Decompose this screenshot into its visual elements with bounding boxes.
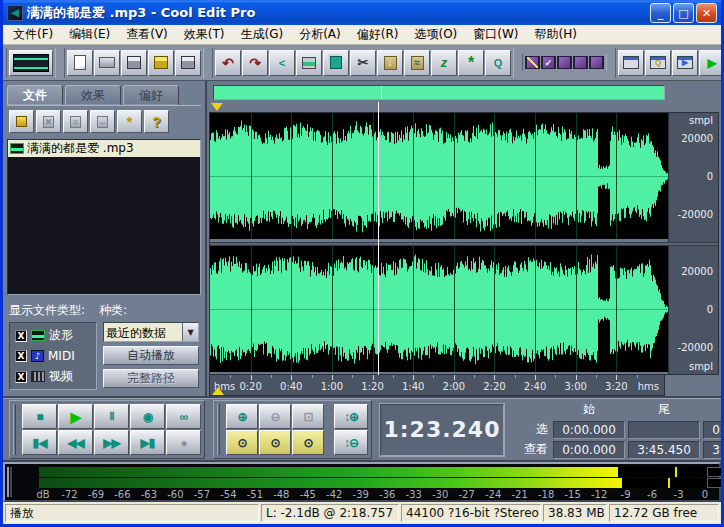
play-from-cursor-button[interactable]: ◉ [130, 404, 165, 429]
normalize-button[interactable]: * [458, 50, 484, 76]
undo-button[interactable]: ↶ [215, 50, 241, 76]
mini-play-button[interactable]: ▶ [699, 50, 724, 76]
amplitude-ruler-left[interactable]: smpl 20000 0 -20000 [668, 113, 718, 242]
save-file-button[interactable] [121, 50, 147, 76]
timeline-ruler[interactable]: hms hms 0:200:401:001:201:402:002:202:40… [209, 375, 665, 396]
view-start-field[interactable]: 0:00.000 [553, 441, 625, 459]
autoplay-button[interactable]: 自动播放 [103, 346, 199, 365]
playhead-cursor[interactable] [378, 102, 379, 375]
save-selection-button[interactable] [175, 50, 201, 76]
selection-start-marker[interactable] [211, 103, 223, 111]
zoom-full-button[interactable]: ⊡ [292, 404, 324, 429]
zoom-selection-button[interactable]: ⊙ [226, 430, 258, 455]
view-length-field[interactable]: 3:45.450 [703, 441, 724, 459]
selection-start-marker-bottom[interactable] [212, 387, 224, 395]
zoom-out-button[interactable]: ⊖ [259, 404, 291, 429]
menu-window[interactable]: 窗口(W) [465, 24, 526, 45]
zoom-in-button[interactable]: ⊕ [226, 404, 258, 429]
fx-wave-a-button[interactable] [557, 56, 572, 69]
fast-forward-button[interactable]: ▶▶ [94, 430, 129, 455]
multitrack-view-button[interactable] [9, 50, 53, 76]
tab-favorites[interactable]: 偏好 [123, 85, 179, 105]
fx-wave-b-button[interactable] [573, 56, 588, 69]
menu-effects[interactable]: 效果(T) [176, 24, 233, 45]
panel-grip[interactable] [217, 404, 220, 455]
selection-end-field[interactable] [628, 421, 700, 439]
minimize-button[interactable]: _ [650, 3, 671, 23]
file-list[interactable]: 满满的都是爱 .mp3 [7, 139, 201, 295]
new-file-button[interactable] [67, 50, 93, 76]
clip-indicator-left[interactable] [707, 467, 722, 477]
close-file-button-panel[interactable]: ✕ [36, 110, 61, 133]
maximize-button[interactable]: □ [673, 3, 694, 23]
trim-button[interactable] [296, 50, 322, 76]
mix-paste-button[interactable]: ≈ [404, 50, 430, 76]
db-scale-label: -66 [114, 489, 130, 500]
overview-scrollbar[interactable] [213, 85, 665, 100]
save-as-button[interactable] [148, 50, 174, 76]
loop-button[interactable]: ∞ [166, 404, 201, 429]
repeat-command-button[interactable]: < [269, 50, 295, 76]
menu-file[interactable]: 文件(F) [5, 24, 61, 45]
fx-wave-c-button[interactable] [589, 56, 604, 69]
checkbox[interactable]: X [15, 330, 27, 342]
filter-options-button[interactable]: * [117, 110, 142, 133]
zoom-sel-left-button[interactable]: ⊙ [259, 430, 291, 455]
menu-favorites[interactable]: 偏好(R) [349, 24, 407, 45]
pause-button[interactable]: Ⅱ [94, 404, 129, 429]
level-meter[interactable]: dB-72-69-66-63-60-57-54-51-48-45-42-39-3… [3, 462, 721, 502]
rewind-button[interactable]: ◀◀ [58, 430, 93, 455]
selection-start-field[interactable]: 0:00.000 [553, 421, 625, 439]
play-button[interactable]: ▶ [58, 404, 93, 429]
insert-wave-button[interactable]: ↔ [90, 110, 115, 133]
zoom-sel-right-button[interactable]: ⊙ [292, 430, 324, 455]
cue-list-button[interactable]: Q [645, 50, 671, 76]
copy-button[interactable] [323, 50, 349, 76]
checkbox[interactable]: X [15, 350, 27, 362]
playback-window-button[interactable] [618, 50, 644, 76]
menu-generate[interactable]: 生成(G) [233, 24, 292, 45]
checkbox[interactable]: X [15, 371, 27, 383]
tab-effects[interactable]: 效果 [65, 85, 121, 105]
menu-help[interactable]: 帮助(H) [527, 24, 585, 45]
record-button[interactable]: ● [166, 430, 201, 455]
open-file-button-panel[interactable] [9, 110, 34, 133]
menu-options[interactable]: 选项(O) [406, 24, 465, 45]
list-item[interactable]: 满满的都是爱 .mp3 [8, 140, 200, 157]
fullpath-button[interactable]: 完整路径 [103, 369, 199, 388]
panel-grip[interactable] [13, 404, 16, 455]
right-channel-waveform[interactable] [210, 246, 668, 372]
left-channel-waveform[interactable] [210, 113, 668, 239]
tab-files[interactable]: 文件 [7, 85, 63, 105]
amplitude-ruler-right[interactable]: 20000 0 -20000 smpl [668, 246, 718, 375]
redo-button[interactable]: ↷ [242, 50, 268, 76]
help-button[interactable]: ? [144, 110, 169, 133]
fx-invert-button[interactable] [525, 56, 540, 69]
cut-button[interactable]: ✂ [350, 50, 376, 76]
menu-edit[interactable]: 编辑(E) [61, 24, 118, 45]
insert-multitrack-button[interactable]: ≡ [63, 110, 88, 133]
menu-analyze[interactable]: 分析(A) [291, 24, 349, 45]
fx-dialog-button[interactable]: ✓ [541, 56, 556, 69]
menu-view[interactable]: 查看(V) [118, 24, 176, 45]
zoom-out-vertical-button[interactable]: ↕⊖ [334, 430, 368, 455]
time-display-panel[interactable]: 1:23.240 [380, 404, 504, 456]
title-bar[interactable]: ◀ 满满的都是爱 .mp3 - Cool Edit Pro _ □ ✕ [3, 0, 721, 25]
waveform-channels[interactable]: smpl 20000 0 -20000 20000 0 -20000 [209, 112, 719, 375]
open-file-button[interactable] [94, 50, 120, 76]
zoom-in-vertical-button[interactable]: ↕⊕ [334, 404, 368, 429]
paste-button[interactable]: ↓ [377, 50, 403, 76]
selection-length-field[interactable]: 0:00.000 [703, 421, 724, 439]
go-to-start-button[interactable]: ▮◀ [22, 430, 57, 455]
view-end-field[interactable]: 3:45.450 [628, 441, 700, 459]
sort-dropdown[interactable]: 最近的数据 ▼ [103, 322, 199, 342]
delete-silence-button[interactable]: z [431, 50, 457, 76]
cue-bar[interactable] [209, 102, 719, 112]
dropdown-arrow-icon[interactable]: ▼ [182, 323, 198, 341]
convert-sample-type-button[interactable]: Q [485, 50, 511, 76]
go-to-end-button[interactable]: ▶▮ [130, 430, 165, 455]
stop-button[interactable]: ■ [22, 404, 57, 429]
play-list-button[interactable]: ▶ [672, 50, 698, 76]
close-button[interactable]: ✕ [696, 3, 717, 23]
clip-indicator-right[interactable] [707, 478, 722, 488]
